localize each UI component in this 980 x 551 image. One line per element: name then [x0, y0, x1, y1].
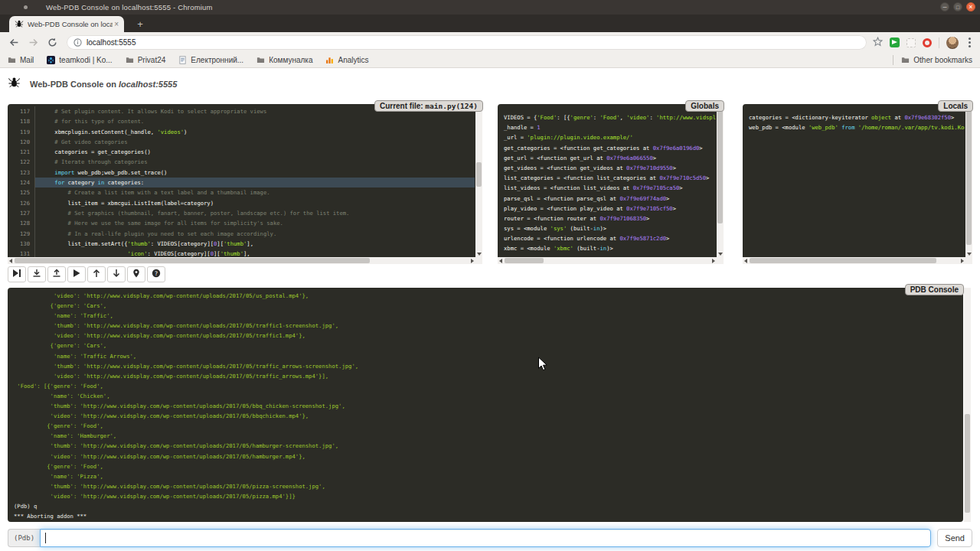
globals-var-line: parse_qsl = <function parse_qsl at 0x7f9… — [504, 194, 716, 204]
pdb-console-tag: PDB Console — [905, 284, 964, 295]
close-button[interactable]: × — [966, 2, 975, 11]
console-line: 'name': 'Hamburger', — [14, 431, 963, 441]
toolbar-separator — [939, 37, 939, 48]
console-output: 'video': 'http://www.vidsplay.com/wp-con… — [8, 288, 963, 522]
profile-avatar[interactable] — [946, 37, 959, 49]
code-line-128: 128 # Here we use the same image for all… — [8, 218, 475, 228]
continue-button[interactable] — [67, 266, 86, 282]
console-line: {'genre': 'Cars', — [14, 341, 963, 350]
locals-var-line: web_pdb = <module 'web_pdb' from '/home/… — [749, 122, 965, 132]
bookmarks-bar: Mailteamkodi | Ko...Privat24Електронний.… — [0, 53, 980, 68]
code-horizontal-scrollbar[interactable] — [8, 257, 475, 264]
console-line: 'thumb': 'http://www.vidsplay.com/wp-con… — [14, 361, 963, 371]
globals-var-line: xbmc = <module 'xbmc' (built-in)> — [504, 243, 716, 253]
locals-tag: Locals — [938, 100, 973, 112]
tab-close-icon[interactable]: × — [113, 20, 120, 28]
console-line: 'name': 'Pizza', — [14, 471, 963, 481]
where-icon — [132, 269, 141, 280]
bookmark-star-icon[interactable] — [873, 36, 883, 50]
globals-var-line: list_categories = <function list_categor… — [504, 173, 716, 183]
locals-var-line: categories = <dictionary-keyiterator obj… — [749, 112, 965, 122]
code-line-131: 131 'icon': VIDEOS[category][0]['thumb']… — [8, 249, 475, 257]
window-app-dot-icon — [24, 5, 28, 9]
web-pdb-page: Web-PDB Console on localhost:5555 Curren… — [0, 68, 980, 551]
window-titlebar: Web-PDB Console on localhost:5555 - Chro… — [0, 0, 980, 15]
browser-menu-icon[interactable] — [969, 41, 971, 44]
svg-text:?: ? — [155, 270, 158, 277]
browser-tab[interactable]: Web-PDB Console on loca × — [9, 16, 124, 32]
step-button[interactable] — [28, 266, 46, 282]
reload-icon[interactable] — [44, 35, 60, 51]
bookmarks-separator — [893, 55, 893, 65]
pdb-prompt-label: (Pdb) — [8, 529, 40, 547]
globals-var-line: list_videos = <function list_videos at 0… — [504, 183, 716, 193]
console-line: *** Aborting addon *** — [14, 511, 963, 521]
new-tab-button[interactable]: + — [132, 18, 149, 30]
maximize-button[interactable]: □ — [953, 2, 962, 11]
step-icon — [32, 269, 41, 280]
console-line: 'thumb': 'http://www.vidsplay.com/wp-con… — [14, 481, 963, 491]
down-button[interactable] — [107, 266, 126, 282]
console-line: 'name': 'Traffic Arrows', — [14, 351, 963, 361]
globals-view: VIDEOS = {'Food': [{'genre': 'Food', 'vi… — [498, 104, 716, 256]
bookmark-item[interactable]: Analytics — [325, 54, 368, 67]
bookmark-item[interactable]: Privat24 — [126, 54, 166, 67]
analytics-icon — [325, 54, 334, 67]
next-button[interactable] — [8, 266, 26, 282]
globals-horizontal-scrollbar[interactable] — [498, 257, 717, 264]
globals-var-line: get_url = <function get_url at 0x7f9e6a0… — [504, 153, 716, 163]
extension-red-ring-icon[interactable] — [923, 38, 932, 47]
console-line: 'video': 'http://www.vidsplay.com/wp-con… — [14, 331, 963, 341]
other-bookmarks-button[interactable]: Other bookmarks — [913, 56, 972, 64]
command-prompt-row: (Pdb) Send — [8, 529, 972, 547]
pdb-command-input[interactable] — [40, 529, 931, 547]
up-icon — [92, 269, 101, 280]
console-line: {'genre': 'Cars', — [14, 301, 963, 311]
code-vertical-scrollbar[interactable] — [475, 104, 482, 257]
code-view: 117 # Set plugin content. It allows Kodi… — [8, 104, 475, 257]
console-line: 'name': 'Chicken', — [14, 391, 963, 401]
page-info-icon[interactable] — [74, 36, 82, 50]
bookmark-label: Analytics — [338, 56, 368, 64]
back-icon[interactable] — [6, 35, 21, 51]
folder-icon — [8, 54, 16, 67]
minimize-button[interactable]: – — [940, 2, 949, 11]
up-button[interactable] — [87, 266, 106, 282]
code-line-122: 122 # Iterate through categories — [8, 157, 475, 167]
browser-toolbar: localhost:5555 — [0, 32, 980, 53]
code-line-119: 119 xbmcplugin.setContent(_handle, 'vide… — [8, 127, 475, 137]
bookmark-item[interactable]: teamkodi | Ko... — [47, 54, 112, 67]
console-line: 'thumb': 'http://www.vidsplay.com/wp-con… — [14, 441, 963, 451]
address-bar[interactable]: localhost:5555 — [67, 35, 867, 50]
extension-green-icon[interactable] — [890, 37, 900, 47]
folder-icon — [126, 54, 134, 67]
send-button[interactable]: Send — [937, 529, 972, 547]
locals-vertical-scrollbar[interactable] — [965, 104, 972, 257]
debugger-toolbar: ? — [8, 266, 167, 282]
globals-panel: Globals VIDEOS = {'Food': [{'genre': 'Fo… — [498, 104, 724, 264]
bookmark-label: Mail — [20, 56, 34, 64]
bookmark-item[interactable]: Електронний... — [178, 54, 243, 67]
page-header: Web-PDB Console on localhost:5555 — [8, 76, 177, 92]
globals-vertical-scrollbar[interactable] — [717, 104, 724, 257]
locals-horizontal-scrollbar[interactable] — [743, 257, 965, 264]
help-button[interactable]: ? — [147, 266, 165, 282]
globals-var-line: get_videos = <function get_videos at 0x7… — [504, 163, 716, 173]
bookmark-item[interactable]: Коммуналка — [256, 54, 312, 67]
extension-disabled-icon[interactable] — [906, 38, 916, 47]
where-button[interactable] — [127, 266, 145, 282]
bookmark-item[interactable]: Mail — [8, 54, 34, 67]
code-line-127: 127 # Set graphics (thumbnail, fanart, b… — [8, 208, 475, 218]
globals-var-line: urlencode = <function urlencode at 0x7f9… — [504, 233, 716, 243]
console-line: {'genre': 'Food', — [14, 421, 963, 431]
console-line: 'Food': [{'genre': 'Food', — [14, 381, 963, 391]
console-vertical-scrollbar[interactable] — [964, 288, 971, 522]
code-line-120: 120 # Get video categories — [8, 137, 475, 147]
console-line: 'thumb': 'http://www.vidsplay.com/wp-con… — [14, 401, 963, 411]
console-line: (Pdb) q — [14, 501, 963, 511]
forward-icon[interactable] — [25, 35, 41, 51]
console-line: {'genre': 'Food', — [14, 461, 963, 471]
globals-var-line: _url = 'plugin://plugin.video.example/' — [504, 132, 716, 142]
return-button[interactable] — [47, 266, 66, 282]
locals-panel: Locals categories = <dictionary-keyitera… — [743, 104, 972, 264]
